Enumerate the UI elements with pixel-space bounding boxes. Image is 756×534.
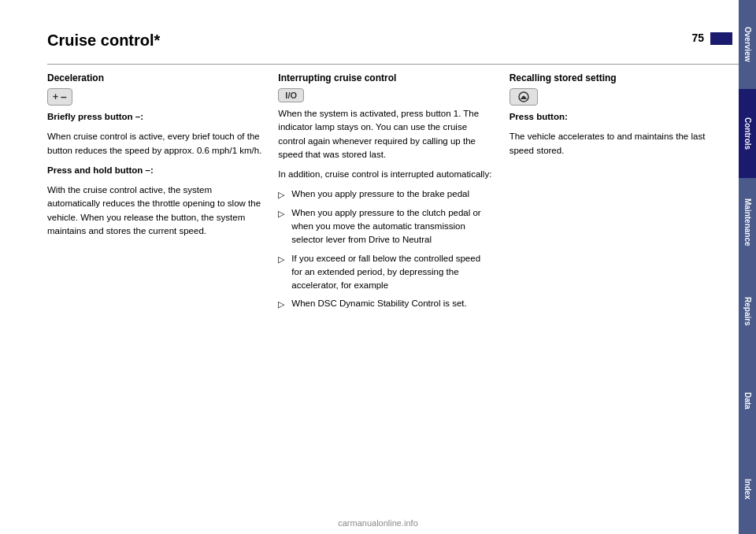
- recalling-column: Recalling stored setting Press button: T…: [510, 72, 740, 316]
- deceleration-column: Deceleration + – Briefly press button –:…: [47, 72, 278, 316]
- page-container: Cruise control* 75 Deceleration + – Brie…: [0, 0, 756, 534]
- page-title: Cruise control*: [47, 32, 740, 50]
- divider-line: [47, 64, 740, 65]
- io-button-icon: I/O: [278, 88, 304, 102]
- list-arrow: ▷: [278, 207, 289, 247]
- list-arrow: ▷: [278, 253, 289, 293]
- recalling-press-text: The vehicle accelerates to and maintains…: [510, 130, 724, 158]
- deceleration-title: Deceleration: [47, 72, 262, 83]
- tab-repairs[interactable]: Repairs: [739, 267, 756, 356]
- tab-data[interactable]: Data: [739, 356, 756, 445]
- tab-controls[interactable]: Controls: [739, 89, 756, 178]
- page-number: 75: [692, 32, 732, 45]
- page-number-bar: [710, 32, 732, 45]
- brief-press-label: Briefly press button –:: [47, 110, 262, 124]
- hold-text: With the cruise control active, the syst…: [47, 184, 262, 238]
- tab-maintenance[interactable]: Maintenance: [739, 178, 756, 267]
- list-item: ▷ When DSC Dynamic Stability Control is …: [278, 297, 493, 311]
- interrupting-column: Interrupting cruise control I/O When the…: [278, 72, 509, 316]
- plus-symbol: +: [53, 91, 58, 102]
- list-text-4: When DSC Dynamic Stability Control is se…: [291, 297, 493, 311]
- cruise-svg-icon: [516, 91, 532, 102]
- minus-symbol: –: [61, 91, 67, 103]
- list-text-3: If you exceed or fall below the controll…: [291, 252, 493, 293]
- main-content: Cruise control* 75 Deceleration + – Brie…: [0, 0, 756, 534]
- deceleration-button-icon: + –: [47, 88, 72, 106]
- list-arrow: ▷: [278, 298, 289, 311]
- cruise-icon-box: [510, 88, 538, 106]
- interrupting-intro: When the system is activated, press butt…: [278, 107, 493, 161]
- columns-wrapper: Deceleration + – Briefly press button –:…: [47, 72, 740, 316]
- list-text-1: When you apply pressure to the brake ped…: [291, 187, 493, 202]
- hold-label: Press and hold button –:: [47, 164, 262, 177]
- tab-index[interactable]: Index: [739, 445, 756, 534]
- watermark: carmanualonline.info: [338, 518, 418, 528]
- brief-press-text: When cruise control is active, every bri…: [47, 130, 262, 158]
- list-text-2: When you apply pressure to the clutch pe…: [291, 206, 493, 247]
- recalling-title: Recalling stored setting: [510, 72, 724, 83]
- sidebar-tabs: Overview Controls Maintenance Repairs Da…: [739, 0, 756, 534]
- interrupting-also: In addition, cruise control is interrupt…: [278, 168, 493, 181]
- recalling-press-label: Press button:: [510, 110, 724, 124]
- list-arrow: ▷: [278, 188, 289, 202]
- tab-overview[interactable]: Overview: [739, 0, 756, 89]
- interrupting-title: Interrupting cruise control: [278, 72, 493, 83]
- list-item: ▷ If you exceed or fall below the contro…: [278, 252, 493, 293]
- list-item: ▷ When you apply pressure to the brake p…: [278, 187, 493, 202]
- svg-point-1: [522, 96, 524, 98]
- list-item: ▷ When you apply pressure to the clutch …: [278, 206, 493, 247]
